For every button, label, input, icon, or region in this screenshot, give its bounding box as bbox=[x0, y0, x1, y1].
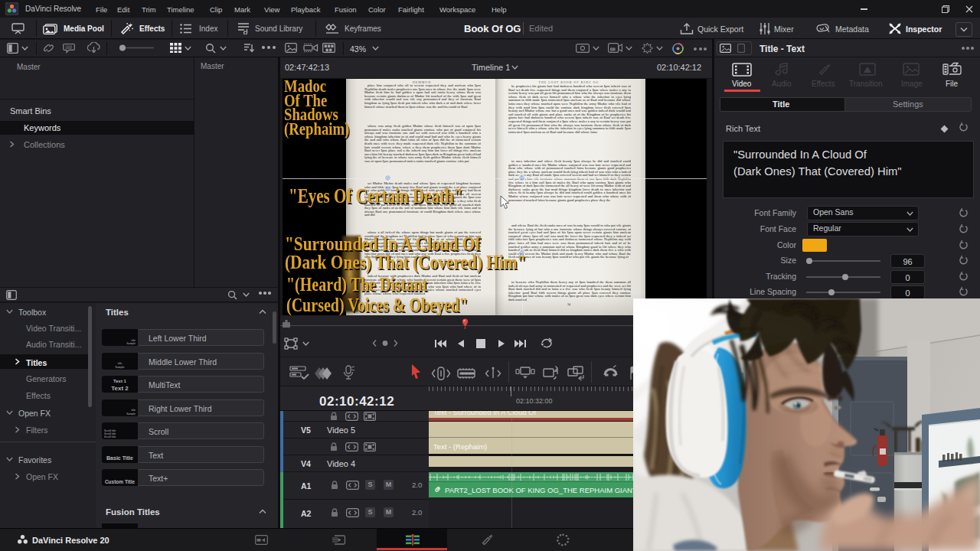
svg-text:HQ: HQ bbox=[611, 48, 615, 51]
